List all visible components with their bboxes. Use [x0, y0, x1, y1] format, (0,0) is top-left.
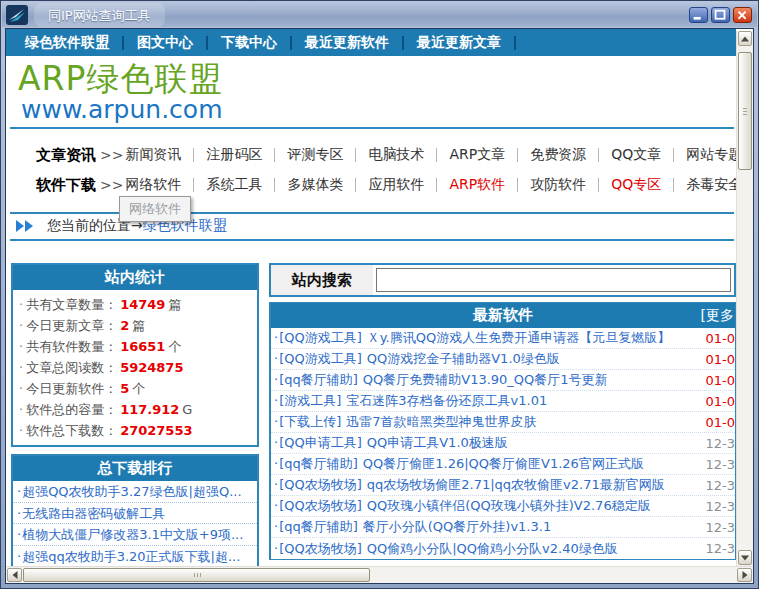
search-input[interactable]: [376, 268, 731, 292]
minimize-button[interactable]: [689, 7, 708, 23]
left-sidebar: 站内统计 共有文章数量： 14749 篇: [11, 257, 259, 566]
vertical-scrollbar[interactable]: [736, 31, 753, 566]
software-link[interactable]: [QQ农场牧场]QQ偷鸡小分队|QQ偷鸡小分队v2.40绿色版: [274, 540, 701, 558]
ranking-link[interactable]: 超强qq农牧助手3.20正式版下载|超...: [13, 546, 257, 567]
nav-separator: [514, 36, 516, 50]
software-link[interactable]: [QQ申请工具]QQ申请工具V1.0极速版: [274, 434, 701, 452]
software-category-link[interactable]: QQ专区: [599, 176, 673, 194]
site-logo[interactable]: ARP绿色联盟 www.arpun.com: [18, 62, 223, 123]
software-category: [qq餐厅辅助]: [279, 372, 358, 387]
software-link[interactable]: [qq餐厅辅助]QQ餐厅免费辅助V13.90_QQ餐厅1号更新: [274, 371, 701, 389]
software-date: 12-3: [705, 436, 735, 451]
article-category-link[interactable]: ARP文章: [437, 146, 517, 164]
article-category-link[interactable]: 注册码区: [194, 146, 274, 164]
stat-row: 共有软件数量： 16651 个: [13, 336, 257, 357]
software-date: 01-0: [705, 394, 735, 409]
site-stats-title: 站内统计: [13, 265, 257, 290]
software-category: [qq餐厅辅助]: [279, 456, 358, 471]
software-menu-label: 软件下载: [36, 176, 96, 195]
stat-value: 117.912: [120, 402, 179, 417]
scroll-right-button[interactable]: [737, 568, 752, 582]
software-link[interactable]: [QQ游戏工具]Ｘy.腾讯QQ游戏人生免费开通申请器【元旦复燃版】: [274, 329, 701, 347]
more-link[interactable]: [更多: [701, 303, 734, 328]
top-nav-link[interactable]: 最近更新软件: [292, 34, 402, 52]
software-category: [QQ游戏工具]: [279, 330, 362, 345]
web-page: 绿色软件联盟 图文中心 下载中心 最近更新软件 最近更新文章 ARP绿色联盟: [6, 29, 736, 566]
software-category-link[interactable]: 杀毒安全: [674, 176, 736, 194]
window-client-area: 绿色软件联盟 图文中心 下载中心 最近更新软件 最近更新文章 ARP绿色联盟: [5, 28, 754, 584]
software-link[interactable]: [qq餐厅辅助]QQ餐厅偷匪1.26|QQ餐厅偷匪V1.26官网正式版: [274, 455, 701, 473]
scroll-left-button[interactable]: [7, 568, 22, 582]
software-category-link[interactable]: 应用软件: [356, 176, 436, 194]
stat-label: 文章总阅读数：: [26, 359, 117, 377]
article-category-link[interactable]: 新闻资讯: [125, 146, 193, 164]
latest-software-title: 最新软件: [473, 306, 533, 325]
scroll-down-button[interactable]: [738, 550, 752, 565]
software-link[interactable]: [QQ农场牧场]qq农场牧场偷匪2.71|qq农牧偷匪v2.71最新官网版: [274, 476, 701, 494]
stat-unit: 篇: [168, 296, 181, 314]
software-row: [下载上传]迅雷7首款暗黑类型神鬼世界皮肤 01-0: [271, 412, 735, 433]
title-bar[interactable]: 同IP网站查询工具: [2, 2, 757, 27]
software-name: Ｘy.腾讯QQ游戏人生免费开通申请器【元旦复燃版】: [367, 330, 670, 345]
scroll-up-button[interactable]: [738, 31, 752, 46]
software-category-link[interactable]: 网络软件: [125, 176, 193, 194]
ranking-link[interactable]: 植物大战僵尸修改器3.1中文版+9项...: [13, 524, 257, 546]
software-link[interactable]: [下载上传]迅雷7首款暗黑类型神鬼世界皮肤: [274, 413, 701, 431]
app-icon: [6, 5, 28, 25]
horizontal-scroll-thumb[interactable]: [23, 568, 370, 582]
site-stats-box: 站内统计 共有文章数量： 14749 篇: [11, 263, 259, 447]
software-link[interactable]: [游戏工具]宝石迷阵3存档备份还原工具v1.01: [274, 392, 701, 410]
stat-label: 软件总下载数：: [26, 422, 117, 440]
top-nav-link[interactable]: 最近更新文章: [404, 34, 514, 52]
article-category-link[interactable]: 电脑技术: [356, 146, 436, 164]
site-top-nav: 绿色软件联盟 图文中心 下载中心 最近更新软件 最近更新文章: [6, 29, 736, 56]
stat-unit: 个: [168, 338, 181, 356]
stat-value: 16651: [120, 339, 165, 354]
stat-row: 软件总的容量： 117.912 G: [13, 399, 257, 420]
ranking-link[interactable]: 无线路由器密码破解工具: [13, 503, 257, 525]
article-category-link[interactable]: 免费资源: [518, 146, 598, 164]
stat-row: 今日更新文章： 2 篇: [13, 315, 257, 336]
article-category-link[interactable]: 网站专题: [674, 146, 736, 164]
ranking-link[interactable]: 超强QQ农牧助手3.27绿色版|超强Q...: [13, 481, 257, 503]
app-window: 同IP网站查询工具 绿色软件联盟 图文中心: [0, 0, 759, 589]
stat-label: 共有软件数量：: [26, 338, 117, 356]
software-date: 12-3: [705, 457, 735, 472]
search-label: 站内搜索: [271, 265, 373, 295]
top-nav-link[interactable]: 绿色软件联盟: [12, 34, 122, 52]
software-date: 01-0: [705, 415, 735, 430]
download-ranking-box: 总下载排行 超强QQ农牧助手3.27绿色版|超强Q... 无线路由器密码破解工具…: [11, 454, 259, 566]
software-name: 餐厅小分队(QQ餐厅外挂)v1.3.1: [363, 519, 551, 534]
vertical-scroll-thumb[interactable]: [738, 52, 752, 170]
close-button[interactable]: [733, 7, 752, 23]
software-name: 宝石迷阵3存档备份还原工具v1.01: [346, 393, 547, 408]
software-row: [QQ农场牧场]QQ偷鸡小分队|QQ偷鸡小分队v2.40绿色版 12-3: [271, 538, 735, 559]
maximize-button[interactable]: [711, 7, 730, 23]
software-name: qq农场牧场偷匪2.71|qq农牧偷匪v2.71最新官网版: [367, 477, 665, 492]
divider: [10, 239, 734, 241]
software-menu-row: 软件下载 >> 网络软件 系统工具 多媒体类 应用软件: [6, 171, 736, 199]
software-category: [qq餐厅辅助]: [279, 519, 358, 534]
stat-unit: G: [182, 402, 192, 417]
articles-menu-label: 文章资讯: [36, 146, 96, 165]
software-category-link[interactable]: 系统工具: [194, 176, 274, 194]
menu-prefix: >>: [100, 147, 123, 163]
stat-value: 14749: [120, 297, 165, 312]
top-nav-link[interactable]: 图文中心: [124, 34, 206, 52]
software-link[interactable]: [QQ游戏工具]QQ游戏挖金子辅助器V1.0绿色版: [274, 350, 701, 368]
stat-label: 今日更新软件：: [26, 380, 117, 398]
software-date: 01-0: [705, 331, 735, 346]
software-category-link[interactable]: 攻防软件: [518, 176, 598, 194]
software-link[interactable]: [QQ农场牧场]QQ玫瑰小镇伴侣(QQ玫瑰小镇外挂)V2.76稳定版: [274, 497, 701, 515]
menu-prefix: >>: [100, 177, 123, 193]
software-category-link[interactable]: ARP软件: [437, 176, 517, 194]
article-category-link[interactable]: 评测专区: [275, 146, 355, 164]
software-date: 12-3: [705, 541, 735, 556]
software-link[interactable]: [qq餐厅辅助]餐厅小分队(QQ餐厅外挂)v1.3.1: [274, 518, 701, 536]
software-category-link[interactable]: 多媒体类: [275, 176, 355, 194]
breadcrumb-arrows-icon: [16, 220, 33, 232]
top-nav-link[interactable]: 下载中心: [208, 34, 290, 52]
horizontal-scrollbar[interactable]: [6, 566, 753, 583]
article-category-link[interactable]: QQ文章: [599, 146, 673, 164]
software-row: [qq餐厅辅助]QQ餐厅偷匪1.26|QQ餐厅偷匪V1.26官网正式版 12-3: [271, 454, 735, 475]
